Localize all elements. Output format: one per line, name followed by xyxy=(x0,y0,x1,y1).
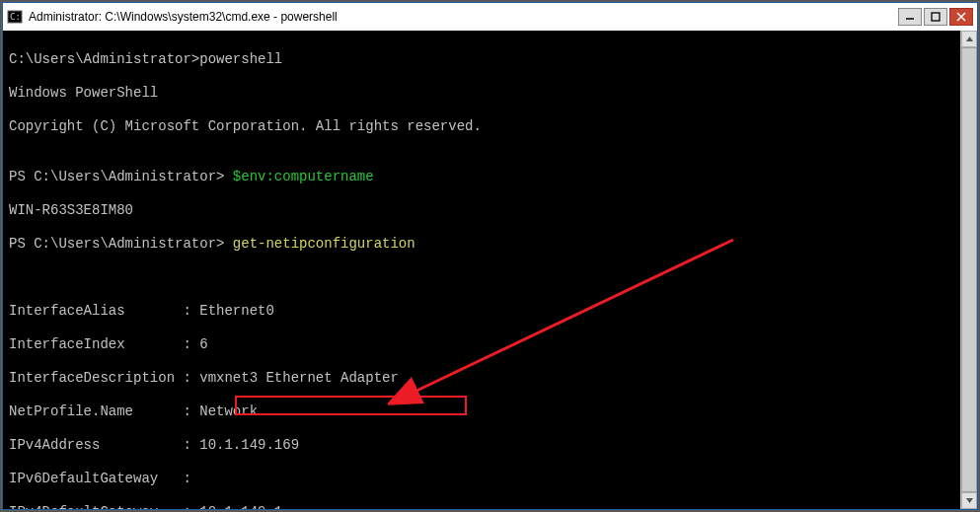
cmd-text: $env:computername xyxy=(233,169,374,184)
scroll-track[interactable] xyxy=(961,47,977,492)
output-line: NetProfile.Name : Network xyxy=(9,403,971,420)
output-line: IPv4Address : 10.1.149.169 xyxy=(9,437,971,454)
output-line: Copyright (C) Microsoft Corporation. All… xyxy=(9,118,971,135)
prompt: PS C:\Users\Administrator> xyxy=(9,169,233,184)
output-line: WIN-R63S3E8IM80 xyxy=(9,202,971,219)
scroll-down-button[interactable] xyxy=(961,492,977,509)
svg-text:C:: C: xyxy=(10,12,21,22)
prompt: PS C:\Users\Administrator> xyxy=(9,236,233,252)
cmd-window: C: Administrator: C:\Windows\system32\cm… xyxy=(2,2,978,510)
svg-marker-7 xyxy=(966,498,973,503)
output-line: InterfaceDescription : vmxnet3 Ethernet … xyxy=(9,370,971,387)
output-line: IPv4DefaultGateway : 10.1.149.1 xyxy=(9,504,971,509)
scroll-up-button[interactable] xyxy=(961,31,977,47)
cmd-text: get-netipconfiguration xyxy=(233,236,415,252)
output-line: IPv6DefaultGateway : xyxy=(9,471,971,487)
close-button[interactable] xyxy=(949,8,973,26)
titlebar: C: Administrator: C:\Windows\system32\cm… xyxy=(3,3,977,31)
prompt: C:\Users\Administrator> xyxy=(9,51,199,67)
minimize-button[interactable] xyxy=(898,8,922,26)
output-line: InterfaceAlias : Ethernet0 xyxy=(9,303,971,320)
window-title: Administrator: C:\Windows\system32\cmd.e… xyxy=(29,10,898,24)
scroll-thumb[interactable] xyxy=(961,47,977,492)
output-line: Windows PowerShell xyxy=(9,85,971,102)
cmd-text: powershell xyxy=(199,51,282,67)
svg-rect-3 xyxy=(932,13,940,21)
window-controls xyxy=(898,8,973,26)
terminal-area[interactable]: C:\Users\Administrator>powershell Window… xyxy=(3,31,977,509)
svg-marker-6 xyxy=(966,37,973,41)
output-line: InterfaceIndex : 6 xyxy=(9,336,971,353)
maximize-button[interactable] xyxy=(924,8,947,26)
vertical-scrollbar[interactable] xyxy=(960,31,977,509)
cmd-icon: C: xyxy=(7,9,23,25)
